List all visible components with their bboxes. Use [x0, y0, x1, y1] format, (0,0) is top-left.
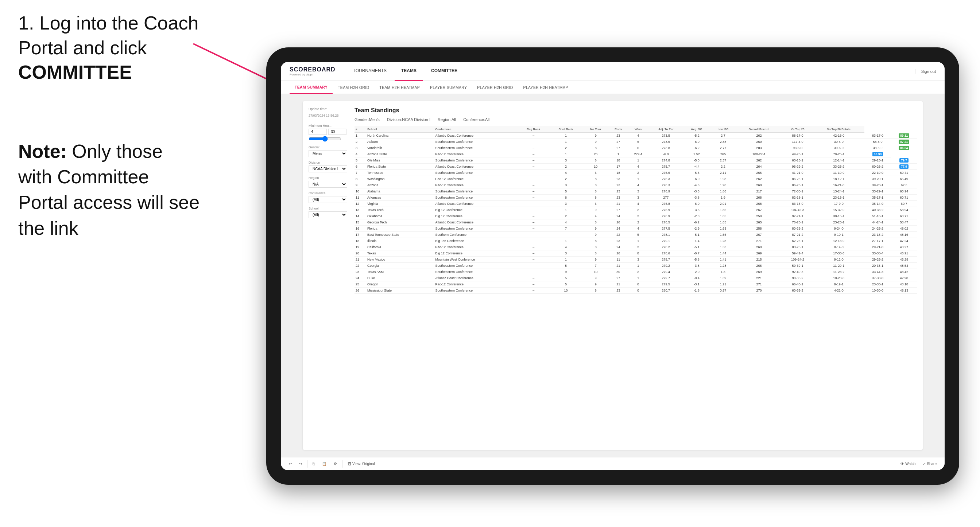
cell-data: –: [518, 182, 549, 189]
cell-data: 49-23-1: [782, 151, 813, 157]
min-rou-slider[interactable]: [309, 136, 341, 142]
redo-button[interactable]: ↪: [297, 461, 304, 467]
settings-button[interactable]: ⚙: [331, 461, 339, 467]
logo-sub: Powered by clippi: [290, 73, 336, 76]
cell-data: 0: [628, 287, 649, 294]
sub-nav-player-h2h-heatmap[interactable]: PLAYER H2H HEATMAP: [518, 81, 573, 94]
cell-data: -5.1: [683, 232, 710, 238]
view-original-label: View: Original: [352, 462, 375, 466]
cell-data: 279.5: [649, 281, 683, 287]
cell-data: 2.11: [710, 170, 736, 176]
cell-data: 1.9: [710, 195, 736, 201]
app-header: SCOREBOARD Powered by clippi TOURNAMENTS…: [281, 62, 945, 81]
copy-button[interactable]: ⎘: [310, 461, 317, 467]
cell-data: 1.41: [710, 257, 736, 263]
cell-school: California: [366, 244, 434, 250]
cell-data: 27: [609, 207, 628, 213]
gender-select[interactable]: Men's: [309, 150, 347, 157]
cell-school: Virginia: [366, 201, 434, 207]
school-select[interactable]: (All): [309, 211, 347, 218]
region-select[interactable]: N/A: [309, 181, 347, 188]
cell-data: 270: [736, 287, 782, 294]
division-control-label: Division: [309, 161, 347, 164]
cell-data: 35-14-0: [864, 201, 891, 207]
cell-data: 26: [582, 151, 609, 157]
sub-nav-team-h2h-heatmap[interactable]: TEAM H2H HEATMAP: [374, 81, 425, 94]
cell-data: 83-25-1: [782, 244, 813, 250]
cell-data: 6: [549, 195, 582, 201]
cell-conference: Southeastern Conference: [434, 145, 517, 151]
cell-data: 275.7: [649, 163, 683, 170]
cell-data: 24: [609, 225, 628, 232]
min-rou-input2[interactable]: [328, 129, 347, 135]
cell-data: 279.2: [649, 263, 683, 269]
cell-data: 8: [582, 250, 609, 257]
cell-school: Florida: [366, 225, 434, 232]
cell-data: 268: [736, 201, 782, 207]
view-original-button[interactable]: 🖼 View: Original: [345, 461, 377, 467]
cell-data: 83-15-0: [782, 201, 813, 207]
cell-data: 22: [609, 232, 628, 238]
col-conf-rank: Conf Rank: [549, 126, 582, 133]
conference-select[interactable]: (All): [309, 196, 347, 203]
cell-data: 21: [609, 263, 628, 269]
sub-nav-team-h2h-grid[interactable]: TEAM H2H GRID: [332, 81, 374, 94]
standings-table: # School Conference Reg Rank Conf Rank N…: [355, 126, 917, 294]
nav-tournaments[interactable]: TOURNAMENTS: [347, 62, 393, 81]
cell-data: 23-33-1: [864, 281, 891, 287]
share-button[interactable]: ↗ Share: [921, 461, 939, 467]
cell-data: 0.97: [710, 287, 736, 294]
cell-data: 33-25-2: [813, 163, 864, 170]
share-label: Share: [927, 462, 937, 466]
cell-data: 23: [609, 189, 628, 195]
table-row: 25OregonPac-12 Conference–59210279.5-3.1…: [355, 281, 917, 287]
cell-data: 221: [736, 275, 782, 281]
sub-nav-player-summary[interactable]: PLAYER SUMMARY: [425, 81, 472, 94]
cell-data: 5: [549, 281, 582, 287]
cell-data: 8: [549, 263, 582, 269]
cell-data: 9: [582, 281, 609, 287]
division-select[interactable]: NCAA Division I: [309, 165, 347, 172]
note-bold: Note:: [18, 141, 67, 162]
region-control: Region N/A: [309, 176, 347, 188]
cell-data: 10: [582, 163, 609, 170]
region-control-label: Region: [309, 176, 347, 180]
cell-data: 11-28-2: [813, 269, 864, 275]
cell-data: 41-21-0: [782, 170, 813, 176]
sub-nav-team-summary[interactable]: TEAM SUMMARY: [290, 81, 332, 94]
cell-data: 2: [628, 213, 649, 219]
sign-out-button[interactable]: Sign out: [915, 69, 936, 74]
cell-data: 82-18-1: [782, 195, 813, 201]
cell-data: 23-13-1: [813, 195, 864, 201]
school-control-label: School: [309, 206, 347, 210]
cell-data: 268: [736, 182, 782, 189]
cell-data: 203: [736, 145, 782, 151]
cell-school: Arizona: [366, 182, 434, 189]
cell-data: -6.0: [683, 176, 710, 182]
undo-button[interactable]: ↩: [287, 461, 294, 467]
watch-button[interactable]: 👁 Watch: [898, 461, 918, 467]
cell-school: Vanderbilt: [366, 145, 434, 151]
cell-data: 6: [582, 170, 609, 176]
cell-data: 267: [736, 232, 782, 238]
cell-data: 2: [549, 163, 582, 170]
cell-data: 21: [609, 201, 628, 207]
cell-data: 87-21-2: [782, 232, 813, 238]
note-section: Note: Only those with Committee Portal a…: [18, 138, 200, 241]
cell-rank: 13: [355, 207, 366, 213]
nav-teams[interactable]: TEAMS: [395, 62, 423, 81]
cell-school: Tennessee: [366, 170, 434, 176]
sub-nav-player-h2h-grid[interactable]: PLAYER H2H GRID: [472, 81, 518, 94]
cell-data: 97-21-1: [782, 213, 813, 219]
cell-data: -5.5: [683, 170, 710, 176]
min-rou-input1[interactable]: [309, 129, 327, 135]
cell-school: East Tennessee State: [366, 232, 434, 238]
paste-button[interactable]: 📋: [320, 461, 329, 467]
col-wins: Wins: [628, 126, 649, 133]
cell-data: 262: [736, 176, 782, 182]
cell-data: 17: [609, 163, 628, 170]
cell-data: 9: [582, 275, 609, 281]
cell-data: 9: [582, 225, 609, 232]
nav-committee[interactable]: COMMITTEE: [425, 62, 464, 81]
cell-data: -3.5: [683, 207, 710, 213]
